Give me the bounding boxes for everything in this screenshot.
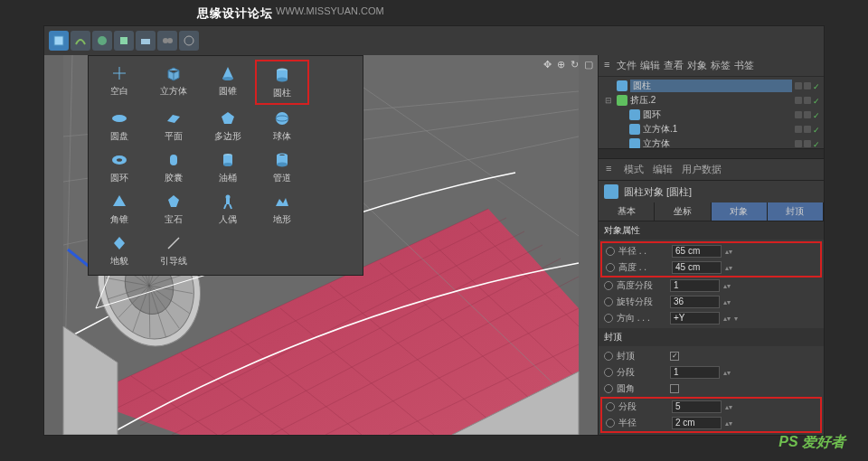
menu-icon-2[interactable]: ≡ bbox=[606, 163, 615, 176]
primitive-oil[interactable]: 油桶 bbox=[201, 146, 255, 188]
spinner-icon[interactable]: ▴▾ bbox=[723, 315, 731, 323]
dropdown-icon[interactable]: ▾ bbox=[734, 315, 738, 323]
radio-icon[interactable] bbox=[604, 314, 613, 323]
tree-row[interactable]: 圆环✓ bbox=[602, 108, 820, 122]
prop-input[interactable]: 45 cm bbox=[672, 261, 722, 274]
primitive-pyramid[interactable]: 角锥 bbox=[92, 188, 146, 230]
checkbox[interactable]: ✓ bbox=[670, 352, 679, 361]
primitive-plane[interactable]: 平面 bbox=[146, 105, 201, 146]
tool-btn-6[interactable] bbox=[157, 31, 177, 51]
prop-input[interactable]: 1 bbox=[670, 366, 720, 379]
main-toolbar bbox=[49, 31, 199, 52]
tree-row[interactable]: 立方体.1✓ bbox=[602, 122, 820, 136]
prop-input[interactable]: 2 cm bbox=[672, 417, 722, 429]
menu-bookmarks[interactable]: 书签 bbox=[734, 59, 754, 72]
vp-zoom-icon[interactable]: ⊕ bbox=[557, 59, 565, 71]
tool-btn-7[interactable] bbox=[179, 31, 199, 51]
primitive-figure[interactable]: 人偶 bbox=[201, 188, 255, 230]
tab-userdata[interactable]: 用户数据 bbox=[682, 163, 722, 176]
tab-coord[interactable]: 坐标 bbox=[655, 202, 711, 221]
tree-flags[interactable]: ✓ bbox=[795, 111, 820, 118]
primitive-cylinder[interactable]: 圆柱 bbox=[255, 60, 309, 105]
tool-btn-3[interactable] bbox=[92, 31, 112, 51]
radio-icon[interactable] bbox=[606, 263, 615, 272]
radio-icon[interactable] bbox=[604, 368, 613, 377]
menu-tags[interactable]: 标签 bbox=[711, 59, 731, 72]
tab-mode[interactable]: 模式 bbox=[624, 163, 644, 176]
radio-icon[interactable] bbox=[606, 402, 615, 411]
radio-icon[interactable] bbox=[604, 384, 613, 393]
prop-input[interactable]: 65 cm bbox=[672, 245, 722, 258]
primitive-empty bbox=[309, 230, 363, 271]
tool-btn-5[interactable] bbox=[136, 31, 156, 51]
spinner-icon[interactable]: ▴▾ bbox=[725, 264, 732, 272]
radio-icon[interactable] bbox=[606, 247, 615, 256]
primitive-sphere[interactable]: 球体 bbox=[255, 105, 309, 146]
menu-icon[interactable]: ≡ bbox=[604, 59, 613, 72]
tab-basic[interactable]: 基本 bbox=[599, 202, 655, 221]
tab-cap[interactable]: 封顶 bbox=[768, 202, 824, 221]
vp-rotate-icon[interactable]: ↻ bbox=[571, 59, 579, 71]
primitive-torus[interactable]: 圆环 bbox=[92, 146, 146, 188]
primitive-null[interactable]: 空白 bbox=[92, 60, 146, 105]
tree-row[interactable]: ⊟挤压.2✓ bbox=[602, 93, 820, 108]
radio-icon[interactable] bbox=[604, 352, 613, 361]
spinner-icon[interactable]: ▴▾ bbox=[725, 403, 732, 411]
primitive-cube[interactable]: 立方体 bbox=[146, 60, 201, 105]
primitive-guide[interactable]: 引导线 bbox=[146, 230, 201, 271]
prop-input[interactable]: 36 bbox=[670, 296, 720, 308]
menu-file[interactable]: 文件 bbox=[617, 59, 637, 72]
tree-flags[interactable]: ✓ bbox=[795, 97, 820, 104]
tab-edit[interactable]: 编辑 bbox=[653, 163, 673, 176]
tree-flags[interactable]: ✓ bbox=[795, 126, 820, 133]
tool-btn-4[interactable] bbox=[114, 31, 134, 51]
tree-label[interactable]: 圆柱 bbox=[630, 80, 792, 92]
primitive-tube[interactable]: 管道 bbox=[255, 146, 309, 188]
spinner-icon[interactable]: ▴▾ bbox=[723, 282, 731, 290]
pyramid-icon bbox=[109, 192, 129, 212]
tree-label[interactable]: 立方体.1 bbox=[643, 123, 792, 136]
prop-input[interactable]: +Y bbox=[670, 312, 720, 325]
tree-row[interactable]: 圆柱✓ bbox=[602, 79, 820, 93]
checkbox[interactable] bbox=[670, 384, 679, 393]
primitive-cone[interactable]: 圆锥 bbox=[201, 60, 255, 105]
tool-btn-2[interactable] bbox=[71, 31, 90, 51]
tree-flags[interactable]: ✓ bbox=[795, 140, 820, 147]
tree-row[interactable]: 立方体✓ bbox=[602, 136, 820, 148]
prop-label: 半径 bbox=[618, 417, 668, 429]
svg-point-52 bbox=[277, 78, 288, 82]
prop-input[interactable]: 1 bbox=[670, 279, 720, 292]
primitive-gem[interactable]: 宝石 bbox=[146, 188, 201, 230]
svg-point-61 bbox=[223, 163, 232, 166]
menu-edit[interactable]: 编辑 bbox=[640, 59, 660, 72]
radio-icon[interactable] bbox=[606, 419, 615, 428]
object-tree[interactable]: 圆柱✓⊟挤压.2✓圆环✓立方体.1✓立方体✓⊟挤压.1✓矩形.1✓ bbox=[599, 77, 824, 148]
tree-label[interactable]: 圆环 bbox=[643, 108, 792, 121]
primitive-poly[interactable]: 多边形 bbox=[201, 105, 255, 146]
tree-flags[interactable]: ✓ bbox=[795, 82, 820, 89]
radio-icon[interactable] bbox=[604, 281, 613, 290]
spinner-icon[interactable]: ▴▾ bbox=[723, 369, 731, 377]
prop-input[interactable]: 5 bbox=[672, 400, 722, 413]
primitive-tool-button[interactable] bbox=[49, 31, 69, 51]
radio-icon[interactable] bbox=[604, 297, 613, 306]
primitive-label: 圆柱 bbox=[273, 87, 291, 99]
spinner-icon[interactable]: ▴▾ bbox=[725, 248, 732, 256]
highlight-box: 分段5▴▾半径2 cm▴▾ bbox=[600, 397, 822, 433]
spinner-icon[interactable]: ▴▾ bbox=[723, 298, 731, 306]
primitive-platonic[interactable]: 地貌 bbox=[92, 230, 146, 271]
menu-object[interactable]: 对象 bbox=[687, 59, 707, 72]
menu-view[interactable]: 查看 bbox=[664, 59, 684, 72]
vp-frame-icon[interactable]: ▢ bbox=[584, 59, 593, 71]
expand-icon[interactable]: ⊟ bbox=[605, 96, 614, 105]
panel-divider[interactable] bbox=[599, 148, 824, 159]
primitive-capsule[interactable]: 胶囊 bbox=[146, 146, 201, 188]
tab-object[interactable]: 对象 bbox=[712, 202, 768, 221]
primitive-disc[interactable]: 圆盘 bbox=[92, 105, 146, 146]
spinner-icon[interactable]: ▴▾ bbox=[725, 419, 732, 428]
tree-label[interactable]: 挤压.2 bbox=[630, 94, 792, 107]
vp-move-icon[interactable]: ✥ bbox=[543, 59, 552, 71]
primitive-terrain[interactable]: 地形 bbox=[255, 188, 309, 230]
attr-header: 圆柱对象 [圆柱] bbox=[599, 181, 824, 202]
tree-label[interactable]: 立方体 bbox=[643, 137, 792, 148]
